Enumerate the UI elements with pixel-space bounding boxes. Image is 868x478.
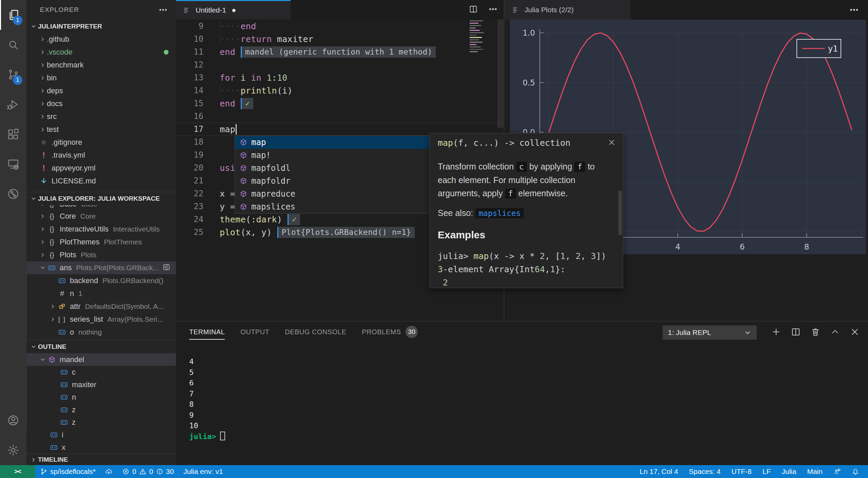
status-item-sp-isdeflocals-[interactable]: sp/isdeflocals*	[35, 465, 100, 478]
tree-item-mandel[interactable]: mandel	[26, 353, 176, 366]
code-line-14[interactable]: 14····println(i)	[176, 84, 504, 97]
status-item-utf-8[interactable]: UTF-8	[726, 465, 757, 478]
diagnostics-status[interactable]: 0030	[117, 465, 179, 478]
split-editor-icon[interactable]	[469, 4, 478, 15]
item-detail: 1	[78, 290, 82, 298]
tree-item-n[interactable]: #n1	[26, 287, 176, 300]
code-line-12[interactable]: 12	[176, 58, 504, 71]
tab-untitled-1[interactable]: Untitled-1 ●	[176, 0, 291, 19]
status-item-julia[interactable]: Julia	[776, 465, 802, 478]
tree-item-plotthemes[interactable]: {}PlotThemesPlotThemes	[26, 236, 176, 248]
maximize-panel-icon[interactable]	[830, 327, 840, 338]
status-item-feedback[interactable]	[828, 465, 846, 478]
status-item-spaces-4[interactable]: Spaces: 4	[684, 465, 726, 478]
terminal-tab-terminal[interactable]: TERMINAL	[189, 321, 225, 342]
tree-item-ans[interactable]: ansPlots.Plot{Plots.GRBack...	[26, 261, 176, 274]
documentation-popup: map(f, c...) -> collection Transform col…	[429, 133, 623, 288]
status-item-bell[interactable]	[846, 465, 865, 478]
terminal-selector-dropdown[interactable]: 1: Julia REPL	[663, 325, 757, 340]
code-line-15[interactable]: 15end✓	[176, 97, 504, 110]
tree-item-core[interactable]: {}CoreCore	[26, 210, 176, 223]
tree-item-interactiveutils[interactable]: {}InteractiveUtilsInteractiveUtils	[26, 223, 176, 236]
tab-julia-plots[interactable]: Julia Plots (2/2)	[504, 0, 630, 20]
terminal-tab-output[interactable]: OUTPUT	[240, 321, 269, 342]
section-header-outline[interactable]: OUTLINE	[26, 340, 176, 353]
tree-item-o[interactable]: onothing	[26, 326, 176, 339]
suggest-item-mapfoldr[interactable]: mapfoldr	[235, 175, 430, 187]
status-item-julia-env-v1[interactable]: Julia env: v1	[179, 465, 228, 478]
section-title: OUTLINE	[38, 343, 66, 351]
split-terminal-icon[interactable]	[791, 327, 801, 338]
suggest-item-map[interactable]: map	[235, 136, 430, 149]
status-item-cloud-upload[interactable]	[100, 465, 117, 478]
status-item-ln-17-col-4[interactable]: Ln 17, Col 4	[634, 465, 684, 478]
tree-item-deps[interactable]: deps	[26, 84, 176, 97]
tree-item--vscode[interactable]: .vscode	[26, 46, 176, 59]
tree-item-license-md[interactable]: LICENSE.md	[26, 175, 176, 187]
tree-item-attr[interactable]: attrDefaultsDict{Symbol, A...	[26, 300, 176, 313]
explorer-more-actions-icon[interactable]	[158, 5, 168, 15]
code-line-16[interactable]: 16	[176, 110, 504, 123]
close-panel-icon[interactable]	[850, 327, 860, 338]
tree-item-benchmark[interactable]: benchmark	[26, 59, 176, 72]
terminal-prompt-line[interactable]: julia>	[189, 431, 225, 442]
kill-terminal-icon[interactable]	[810, 327, 821, 338]
suggest-item-map![interactable]: map!	[235, 149, 430, 162]
tree-item-bin[interactable]: bin	[26, 72, 176, 84]
doc-scrollbar[interactable]	[618, 191, 622, 235]
plots-more-actions-icon[interactable]	[849, 0, 859, 20]
section-header-julia-workspace[interactable]: JULIA EXPLORER: JULIA WORKSPACE	[26, 192, 176, 205]
tree-item-backend[interactable]: backendPlots.GRBackend()	[26, 274, 176, 287]
activity-source-control[interactable]: 1	[0, 60, 26, 89]
code-line-9[interactable]: 9····end	[176, 20, 504, 33]
tree-item-series-list[interactable]: [ ]series_listArray{Plots.Seri...	[26, 313, 176, 326]
suggest-item-mapslices[interactable]: mapslices	[235, 200, 430, 213]
tree-item-maxiter[interactable]: maxiter	[26, 378, 176, 391]
tree-item-docs[interactable]: docs	[26, 97, 176, 110]
tree-item--travis-yml[interactable]: !.travis.yml	[26, 149, 176, 162]
tree-item-z[interactable]: z	[26, 416, 176, 429]
terminal-tab-debug-console[interactable]: DEBUG CONSOLE	[285, 321, 346, 342]
tree-item-src[interactable]: src	[26, 110, 176, 123]
open-editor-icon[interactable]	[162, 263, 171, 273]
activity-remote-explorer[interactable]	[0, 149, 26, 179]
status-item-lf[interactable]: LF	[757, 465, 776, 478]
tree-item-i[interactable]: i	[26, 429, 176, 441]
terminal-selector-label: 1: Julia REPL	[668, 328, 743, 337]
new-terminal-icon[interactable]	[771, 327, 781, 338]
activity-run-debug[interactable]	[0, 89, 26, 119]
tree-item--gitignore[interactable]: .gitignore	[26, 136, 176, 149]
tree-item-base[interactable]: {}BaseBase	[26, 205, 176, 210]
code-line-10[interactable]: 10····return maxiter	[176, 33, 504, 45]
activity-explorer[interactable]: 1	[0, 0, 26, 30]
tree-item-appveyor-yml[interactable]: !appveyor.yml	[26, 162, 176, 175]
suggest-item-mapfoldl[interactable]: mapfoldl	[235, 162, 430, 175]
section-header-juliainterpreter[interactable]: JULIAINTERPRETER	[26, 20, 176, 33]
activity-extensions[interactable]	[0, 119, 26, 149]
activity-version-control-circle[interactable]	[0, 179, 26, 209]
doc-link-mapslices[interactable]: mapslices	[475, 208, 524, 218]
code-line-13[interactable]: 13for i in 1:10	[176, 71, 504, 84]
terminal-tab-problems[interactable]: PROBLEMS30	[362, 321, 418, 342]
tree-item-z[interactable]: z	[26, 403, 176, 416]
activity-account[interactable]	[0, 405, 26, 435]
tree-item-test[interactable]: test	[26, 123, 176, 136]
editor-more-actions-icon[interactable]	[488, 4, 498, 15]
code-line-11[interactable]: 11endmandel (generic function with 1 met…	[176, 45, 504, 58]
terminal-output[interactable]: 45678910julia>	[189, 356, 225, 442]
minimap[interactable]	[470, 20, 485, 54]
tree-item-plots[interactable]: {}PlotsPlots	[26, 248, 176, 261]
activity-search[interactable]	[0, 30, 26, 60]
suggest-item-mapreduce[interactable]: mapreduce	[235, 187, 430, 200]
remote-indicator[interactable]: ><	[0, 465, 35, 478]
editor-scrollbar[interactable]	[497, 19, 504, 128]
text-segment: 1	[550, 264, 555, 274]
activity-settings[interactable]	[0, 435, 26, 465]
status-item-main[interactable]: Main	[802, 465, 828, 478]
tree-item-x[interactable]: x	[26, 441, 176, 454]
tree-item-c[interactable]: c	[26, 366, 176, 378]
section-header-timeline[interactable]: TIMELINE	[26, 454, 176, 465]
close-icon[interactable]	[607, 138, 616, 148]
tree-item-n[interactable]: n	[26, 391, 176, 403]
tree-item--github[interactable]: .github	[26, 33, 176, 46]
